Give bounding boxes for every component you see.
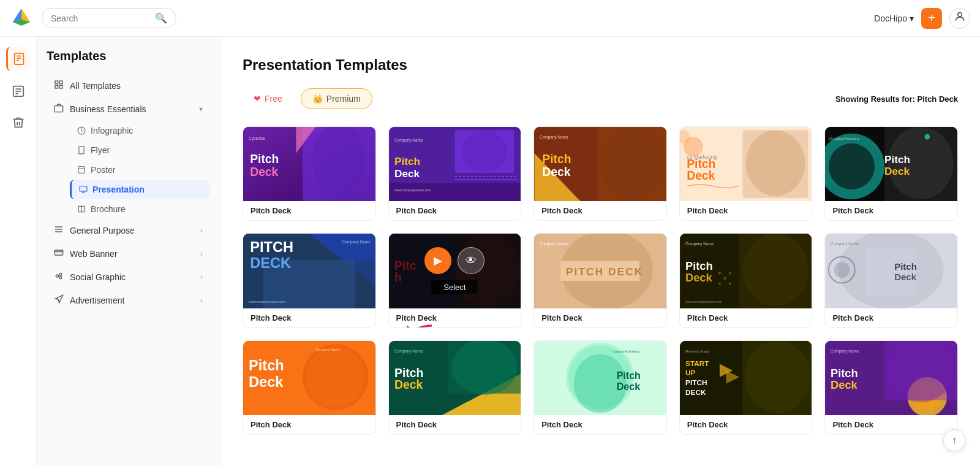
svg-point-101: [723, 277, 726, 280]
svg-point-99: [742, 234, 808, 306]
template-label: Pitch Deck: [389, 201, 521, 220]
svg-text:Company Name: Company Name: [540, 242, 568, 247]
svg-text:Pitch: Pitch: [543, 153, 571, 166]
advertisement-icon: [54, 294, 64, 307]
svg-text:Pitch: Pitch: [617, 370, 641, 381]
svg-point-37: [312, 127, 365, 196]
sidebar-icon-trash[interactable]: [6, 110, 31, 135]
svg-text:Deck: Deck: [685, 272, 712, 285]
svg-text:Company Name: Company Name: [685, 242, 714, 247]
svg-text:Pitch: Pitch: [884, 153, 910, 166]
all-templates-icon: [54, 80, 64, 92]
user-icon: [954, 10, 966, 26]
template-card[interactable]: Pitch Deck Company Name Pitch Deck: [243, 340, 376, 435]
sidebar-item-all-templates[interactable]: All Templates: [47, 74, 210, 97]
svg-point-100: [718, 272, 721, 275]
preview-icon[interactable]: 👁: [458, 247, 484, 274]
svg-point-103: [718, 283, 721, 285]
sidebar-sub-brochure[interactable]: Brochure: [70, 199, 210, 219]
sidebar-icon-clipboard[interactable]: [6, 78, 31, 103]
svg-text:Deck: Deck: [884, 165, 910, 177]
svg-text:START: START: [685, 359, 709, 367]
template-card[interactable]: PITCH DECK www.companyname.com Company N…: [243, 233, 376, 327]
svg-text:Deck: Deck: [249, 374, 284, 390]
web-banner-icon: [54, 248, 64, 260]
template-label: Pitch Deck: [680, 415, 812, 434]
svg-text:Company Name: Company Name: [394, 349, 423, 354]
template-card[interactable]: Company Name Pitch Deck Pitch Deck: [824, 340, 958, 435]
social-graphic-chevron-icon: ›: [200, 273, 203, 281]
template-card[interactable]: Pitch Deck Cybertise Pitch Deck: [243, 126, 376, 221]
sidebar-item-advertisement[interactable]: Advertisement ›: [47, 289, 210, 312]
sidebar-icon-documents[interactable]: [6, 47, 31, 71]
template-card-hovered[interactable]: Pitc h ▶ 👁 Select: [388, 233, 522, 327]
svg-rect-13: [59, 85, 62, 88]
svg-rect-11: [59, 81, 62, 84]
svg-text:Deck: Deck: [831, 378, 858, 391]
svg-point-45: [461, 130, 507, 172]
business-icon: [54, 103, 64, 115]
template-card[interactable]: ce Marketing Pitch Deck Pitch Deck: [679, 126, 813, 221]
svg-point-117: [834, 262, 850, 278]
select-play-icon[interactable]: ▶: [424, 247, 451, 274]
template-card[interactable]: Company Name Pitch Deck www.companyname.…: [388, 126, 522, 221]
svg-text:Company Name: Company Name: [316, 348, 340, 351]
sidebar-item-business-essentials[interactable]: Business Essentials ▾: [47, 97, 210, 121]
dochipo-menu[interactable]: DocHipo ▾: [874, 13, 914, 23]
sidebar-sub-infographic[interactable]: Infographic: [70, 121, 210, 140]
svg-rect-10: [55, 81, 58, 84]
svg-text:Marketing Magic: Marketing Magic: [685, 350, 710, 353]
heart-icon: ❤: [254, 94, 261, 104]
svg-text:www.companyname.com: www.companyname.com: [685, 300, 722, 304]
template-card[interactable]: Logical Marketing Pitch Deck Pitch Deck: [533, 340, 667, 435]
svg-text:Deck: Deck: [543, 166, 571, 178]
template-card[interactable]: Company Name Pitch Deck Pitch Deck: [388, 340, 522, 435]
svg-text:PITCH DECK: PITCH DECK: [566, 265, 643, 278]
filter-free-button[interactable]: ❤ Free: [243, 89, 293, 109]
svg-text:Cybertise: Cybertise: [249, 136, 266, 141]
template-label: Pitch Deck: [680, 308, 812, 327]
sidebar-item-general-purpose[interactable]: General Purpose ›: [47, 219, 210, 242]
svg-point-70: [829, 143, 875, 189]
svg-point-29: [59, 273, 62, 275]
template-label: Pitch Deck: [243, 415, 375, 434]
template-card[interactable]: Company Name PITCH DECK Pitch Deck: [533, 233, 667, 327]
logo[interactable]: [10, 6, 42, 31]
svg-text:Company Name: Company Name: [831, 242, 859, 247]
search-input[interactable]: [51, 13, 150, 23]
header: 🔍 DocHipo ▾ +: [0, 0, 980, 37]
sidebar-sub-presentation[interactable]: Presentation: [70, 180, 210, 199]
svg-point-104: [729, 283, 731, 285]
web-banner-chevron-icon: ›: [200, 250, 203, 258]
template-card[interactable]: Company Name Pitch Deck Pitch Deck: [533, 126, 667, 221]
results-text: Showing Results for: Pitch Deck: [835, 94, 958, 104]
template-card[interactable]: V3 Logical Marketing Pitch Deck Pitch De…: [824, 126, 958, 221]
svg-rect-17: [78, 167, 85, 174]
svg-text:Pitch: Pitch: [394, 155, 420, 167]
svg-point-120: [306, 347, 365, 407]
template-card[interactable]: Company Name Pitch Deck www.companyname.…: [679, 233, 813, 327]
scroll-top-button[interactable]: ↑: [943, 429, 965, 451]
template-card[interactable]: Company Name Pitch Deck Pitch Deck: [824, 233, 958, 327]
svg-text:Pitch: Pitch: [249, 357, 284, 373]
sidebar-title: Templates: [47, 49, 210, 63]
sidebar-sub-flyer[interactable]: Flyer: [70, 140, 210, 160]
select-label[interactable]: Select: [431, 280, 478, 294]
create-button[interactable]: +: [921, 8, 942, 29]
page-title: Presentation Templates: [243, 56, 958, 74]
template-label: Pitch Deck: [243, 308, 375, 327]
svg-text:UP: UP: [685, 368, 696, 376]
sidebar-item-web-banner[interactable]: Web Banner ›: [47, 242, 210, 265]
avatar-button[interactable]: [949, 8, 970, 29]
business-chevron-icon: ▾: [199, 105, 203, 113]
template-label: Pitch Deck: [680, 201, 812, 220]
svg-text:Company Name: Company Name: [831, 349, 859, 354]
template-card-startup[interactable]: Marketing Magic START UP PITCH DECK Pitc…: [679, 340, 813, 435]
sidebar-item-social-graphic[interactable]: Social Graphic ›: [47, 265, 210, 289]
sidebar-sub-poster[interactable]: Poster: [70, 160, 210, 180]
svg-text:DECK: DECK: [250, 255, 291, 271]
svg-text:Deck: Deck: [394, 167, 420, 180]
filter-premium-button[interactable]: 👑 Premium: [301, 88, 372, 109]
search-bar[interactable]: 🔍: [42, 8, 176, 28]
svg-rect-14: [55, 106, 62, 112]
